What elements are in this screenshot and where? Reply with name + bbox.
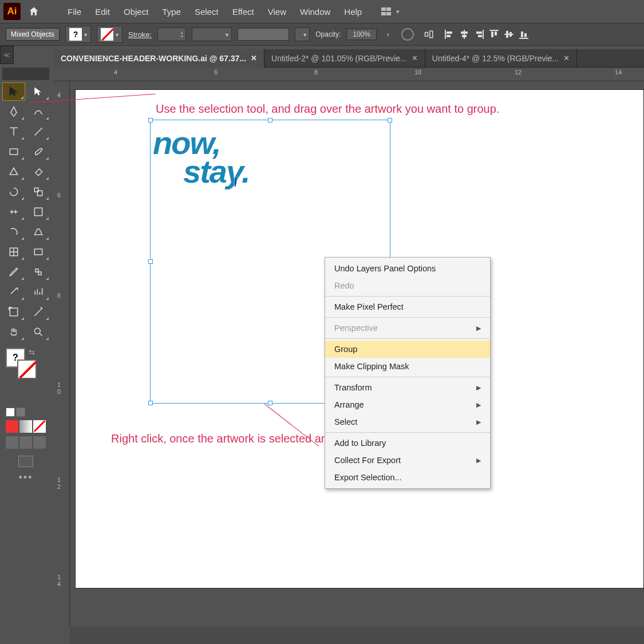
home-icon[interactable]: [25, 3, 42, 20]
canvas[interactable]: Use the selection tool, and drag over th…: [70, 81, 644, 627]
swap-fill-stroke-icon[interactable]: ⇆: [29, 348, 35, 357]
resize-handle[interactable]: [148, 118, 153, 123]
line-tool[interactable]: [27, 123, 50, 141]
perspective-tool[interactable]: [27, 223, 50, 241]
context-menu-item[interactable]: Select▶: [325, 413, 490, 430]
context-menu-item[interactable]: Collect For Export▶: [325, 452, 490, 469]
stroke-profile-select[interactable]: ▾: [192, 27, 232, 41]
slice-tool[interactable]: [27, 303, 50, 321]
close-icon[interactable]: ✕: [563, 54, 570, 62]
artboard[interactable]: Use the selection tool, and drag over th…: [76, 90, 643, 588]
brush-definition-select[interactable]: [238, 28, 289, 41]
mesh-tool[interactable]: [2, 243, 25, 261]
menu-select[interactable]: Select: [188, 3, 226, 20]
align-vcenter-icon[interactable]: [503, 28, 515, 41]
curvature-tool[interactable]: [27, 102, 50, 121]
draw-inside-icon[interactable]: [33, 436, 46, 449]
context-menu-item[interactable]: Add to Library: [325, 434, 490, 452]
brush-select-caret[interactable]: ▾: [295, 27, 310, 41]
gradient-tool[interactable]: [27, 243, 50, 261]
document-tab[interactable]: Untitled-2* @ 101.05% (RGB/Previe...✕: [264, 49, 425, 68]
resize-handle[interactable]: [148, 259, 153, 264]
chevron-down-icon: ▾: [116, 31, 118, 38]
shaper-tool[interactable]: [2, 163, 25, 181]
context-menu: Undo Layers Panel OptionsRedoMake Pixel …: [325, 257, 491, 489]
zoom-tool[interactable]: [27, 323, 50, 341]
selection-tool[interactable]: [2, 82, 25, 101]
menu-effect[interactable]: Effect: [226, 3, 261, 20]
none-mode-icon[interactable]: [33, 420, 46, 433]
rectangle-tool[interactable]: [2, 143, 25, 161]
menu-type[interactable]: Type: [155, 3, 188, 20]
context-menu-item[interactable]: Group: [325, 341, 490, 358]
eyedropper-tool[interactable]: [2, 263, 25, 281]
edit-toolbar-icon[interactable]: •••: [2, 472, 49, 484]
rotate-tool[interactable]: [2, 183, 25, 201]
fill-swatch[interactable]: ?▾: [65, 26, 91, 43]
document-tab[interactable]: CONVENIENCE-HEADER-WORKING.ai @ 67.37...…: [54, 49, 264, 68]
align-top-icon[interactable]: [488, 28, 500, 41]
workspace-switcher[interactable]: ▾: [381, 7, 400, 15]
type-tool[interactable]: [2, 123, 25, 141]
screen-mode-icon[interactable]: [18, 456, 33, 467]
close-icon[interactable]: ✕: [412, 54, 418, 62]
align-hcenter-icon[interactable]: [458, 28, 471, 41]
document-tab[interactable]: Untitled-4* @ 12.5% (RGB/Previe...✕: [425, 49, 577, 68]
panel-collapse-icon[interactable]: ≪: [0, 46, 14, 64]
color-mode-icon[interactable]: [6, 420, 18, 433]
ruler-tick-label: 4: [114, 69, 117, 76]
direct-selection-tool[interactable]: [27, 82, 50, 101]
opacity-arrow[interactable]: ›: [382, 29, 394, 39]
context-menu-item[interactable]: Undo Layers Panel Options: [325, 260, 490, 277]
shape-builder-tool[interactable]: [2, 223, 25, 241]
menu-view[interactable]: View: [261, 3, 293, 20]
align-left-icon[interactable]: [443, 28, 456, 41]
menu-edit[interactable]: Edit: [88, 3, 117, 20]
resize-handle[interactable]: [388, 118, 392, 123]
context-menu-item[interactable]: Transform▶: [325, 379, 490, 396]
resize-handle[interactable]: [268, 401, 272, 405]
draw-normal-icon[interactable]: [6, 436, 18, 449]
pen-tool[interactable]: [2, 102, 25, 121]
stroke-swatch-tool[interactable]: [17, 359, 37, 379]
draw-behind-icon[interactable]: [19, 436, 32, 449]
align-panel-icon[interactable]: [421, 26, 437, 42]
artboard-tool[interactable]: [2, 303, 25, 321]
opacity-value[interactable]: 100%: [346, 29, 377, 40]
recolor-button[interactable]: [400, 26, 416, 42]
align-right-icon[interactable]: [473, 28, 485, 41]
column-graph-tool[interactable]: [27, 283, 50, 301]
hand-tool[interactable]: [2, 323, 25, 341]
free-transform-tool[interactable]: [27, 203, 50, 221]
chevron-down-icon: ▾: [396, 8, 400, 15]
resize-handle[interactable]: [268, 118, 272, 123]
fill-stroke-control[interactable]: ? ⇆: [2, 347, 49, 376]
align-bottom-icon[interactable]: [517, 28, 530, 41]
stroke-swatch[interactable]: ▾: [97, 26, 123, 43]
scale-tool[interactable]: [27, 183, 50, 201]
close-icon[interactable]: ✕: [251, 54, 257, 62]
menu-help[interactable]: Help: [337, 3, 369, 20]
ruler-tick-label: 10: [414, 69, 421, 76]
stroke-weight-input[interactable]: ▲▼: [157, 27, 186, 41]
blend-tool[interactable]: [27, 263, 50, 281]
context-menu-item[interactable]: Make Clipping Mask: [325, 358, 490, 375]
stroke-label: Stroke:: [128, 30, 152, 39]
eraser-tool[interactable]: [27, 163, 50, 181]
width-tool[interactable]: [2, 203, 25, 221]
menu-object[interactable]: Object: [117, 3, 155, 20]
tools-panel-header[interactable]: [2, 68, 49, 80]
swap-fs-mini-icon[interactable]: [16, 408, 25, 417]
resize-handle[interactable]: [148, 401, 153, 405]
default-fs-icon[interactable]: [6, 408, 15, 417]
gradient-mode-icon[interactable]: [19, 420, 32, 433]
context-menu-item[interactable]: Arrange▶: [325, 396, 490, 413]
context-menu-item[interactable]: Export Selection...: [325, 469, 490, 486]
symbol-sprayer-tool[interactable]: [2, 283, 25, 301]
menu-file[interactable]: File: [61, 3, 88, 20]
svg-rect-9: [476, 31, 482, 34]
paintbrush-tool[interactable]: [27, 143, 50, 161]
context-menu-item[interactable]: Make Pixel Perfect: [325, 298, 490, 315]
align-buttons: [443, 28, 530, 41]
menu-window[interactable]: Window: [293, 3, 337, 20]
